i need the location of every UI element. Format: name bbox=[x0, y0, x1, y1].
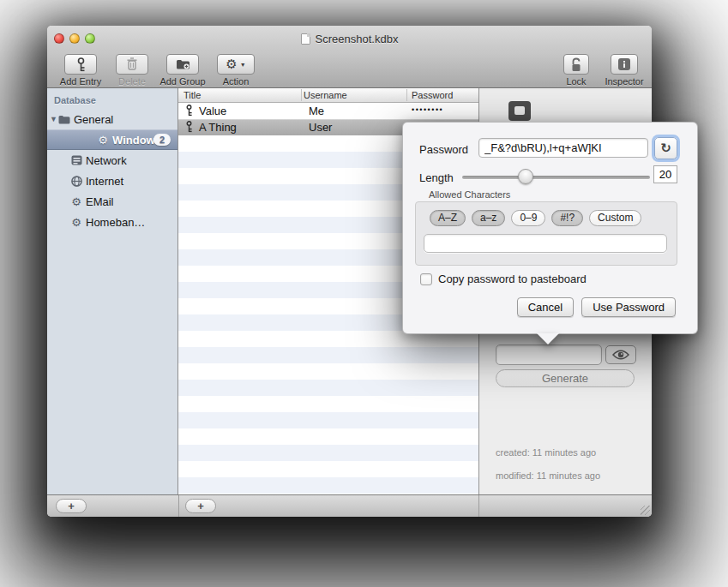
show-password-button[interactable] bbox=[605, 345, 636, 364]
password-generator-popover: Password ↻ Length Allowed Characters A–Z… bbox=[402, 122, 698, 334]
cell-title: Value bbox=[199, 105, 226, 117]
sidebar-item-homebanking[interactable]: ⚙ Homeban… bbox=[47, 212, 177, 232]
length-label: Length bbox=[419, 171, 454, 184]
inspector-label: Inspector bbox=[605, 76, 643, 87]
column-divider[interactable] bbox=[406, 89, 407, 101]
disclosure-triangle-icon[interactable]: ▼ bbox=[50, 115, 57, 123]
bottom-bar: + + bbox=[47, 494, 652, 517]
folder-icon bbox=[58, 115, 70, 124]
toggle-symbols[interactable]: #!? bbox=[551, 210, 583, 226]
key-icon bbox=[185, 121, 193, 133]
sidebar-item-label: Network bbox=[86, 154, 127, 167]
column-header-password[interactable]: Password bbox=[412, 90, 453, 100]
column-divider[interactable] bbox=[301, 89, 302, 101]
toolbar: Add Entry Delete Add Group ⚙ ▼ Actio bbox=[47, 51, 652, 88]
sidebar-item-label: Internet bbox=[86, 175, 123, 188]
window-title-area: Screenshot.kdbx bbox=[47, 26, 652, 51]
titlebar[interactable]: Screenshot.kdbx bbox=[47, 26, 652, 51]
copy-password-row: Copy password to pasteboard bbox=[420, 273, 587, 285]
generated-password-field[interactable] bbox=[478, 138, 648, 158]
cancel-button[interactable]: Cancel bbox=[517, 297, 574, 317]
sidebar-item-label: EMail bbox=[86, 195, 114, 208]
gear-icon: ⚙ bbox=[70, 196, 82, 207]
generate-button[interactable]: Generate bbox=[496, 369, 635, 387]
cell-username: User bbox=[309, 121, 332, 134]
table-header: Title Username Password bbox=[178, 88, 478, 103]
globe-icon bbox=[70, 176, 82, 187]
slider-track[interactable] bbox=[462, 176, 650, 179]
sidebar-group-header: Database bbox=[54, 95, 96, 105]
add-group-plus-button[interactable]: + bbox=[56, 499, 87, 513]
cell-password-masked: •••••••• bbox=[412, 105, 443, 114]
gear-icon: ⚙ bbox=[70, 217, 82, 228]
delete-label: Delete bbox=[118, 76, 146, 87]
sidebar-item-email[interactable]: ⚙ EMail bbox=[47, 191, 177, 212]
action-label: Action bbox=[223, 76, 250, 87]
sidebar-item-internet[interactable]: Internet bbox=[47, 171, 177, 191]
unlock-icon bbox=[570, 57, 582, 72]
cell-username: Me bbox=[309, 105, 324, 117]
eye-icon bbox=[612, 350, 629, 360]
password-label: Password bbox=[419, 143, 468, 156]
lock-button[interactable]: Lock bbox=[555, 54, 598, 87]
action-button[interactable]: ⚙ ▼ Action bbox=[212, 54, 260, 87]
sidebar-item-network[interactable]: Network bbox=[47, 150, 177, 171]
add-group-button[interactable]: Add Group bbox=[155, 54, 210, 87]
modified-timestamp: modified: 11 minutes ago bbox=[496, 470, 600, 481]
add-entry-label: Add Entry bbox=[60, 76, 101, 87]
gear-icon: ⚙ bbox=[97, 135, 109, 146]
key-icon bbox=[185, 105, 193, 117]
popover-arrow bbox=[537, 333, 559, 344]
copy-password-checkbox[interactable] bbox=[420, 273, 432, 285]
sidebar-item-windows[interactable]: ⚙ Windows 2 bbox=[47, 129, 177, 150]
length-slider[interactable] bbox=[462, 170, 650, 183]
add-entry-button[interactable]: Add Entry bbox=[54, 54, 107, 87]
chevron-down-icon: ▼ bbox=[240, 62, 246, 68]
entry-image-icon[interactable] bbox=[508, 101, 531, 121]
column-header-username[interactable]: Username bbox=[304, 90, 347, 100]
inspector-password-field[interactable] bbox=[496, 344, 602, 365]
character-class-toggles: A–Z a–z 0–9 #!? Custom bbox=[430, 210, 641, 226]
folder-plus-icon bbox=[176, 58, 190, 70]
add-entry-plus-button[interactable]: + bbox=[185, 499, 216, 513]
lock-label: Lock bbox=[566, 76, 586, 87]
sidebar-item-label: General bbox=[74, 113, 113, 126]
copy-password-label: Copy password to pasteboard bbox=[438, 273, 587, 285]
slider-thumb[interactable] bbox=[518, 169, 533, 184]
info-icon bbox=[617, 57, 631, 71]
count-badge: 2 bbox=[153, 134, 171, 146]
custom-characters-field[interactable] bbox=[424, 234, 667, 253]
sidebar-item-general[interactable]: ▼ General bbox=[47, 109, 177, 129]
allowed-characters-label: Allowed Characters bbox=[429, 189, 510, 200]
trash-icon bbox=[126, 57, 138, 71]
allowed-characters-box: A–Z a–z 0–9 #!? Custom bbox=[415, 201, 677, 266]
inspector-button[interactable]: Inspector bbox=[599, 54, 649, 87]
resize-grip[interactable] bbox=[641, 506, 650, 515]
network-icon bbox=[70, 155, 82, 165]
pane-divider bbox=[178, 495, 179, 517]
toggle-custom[interactable]: Custom bbox=[589, 210, 641, 226]
toggle-digits[interactable]: 0–9 bbox=[511, 210, 545, 226]
sidebar-item-label: Homeban… bbox=[86, 216, 145, 229]
toggle-uppercase[interactable]: A–Z bbox=[430, 210, 466, 226]
toggle-lowercase[interactable]: a–z bbox=[472, 210, 505, 226]
document-proxy-icon bbox=[301, 33, 310, 45]
key-icon bbox=[75, 57, 87, 72]
pane-divider bbox=[478, 495, 479, 517]
length-value-field[interactable] bbox=[653, 165, 677, 183]
use-password-button[interactable]: Use Password bbox=[581, 297, 676, 317]
cell-title: A Thing bbox=[199, 121, 237, 134]
popover-buttons: Cancel Use Password bbox=[517, 297, 676, 317]
regenerate-button[interactable]: ↻ bbox=[654, 137, 677, 159]
gear-icon: ⚙ bbox=[226, 58, 237, 71]
delete-button: Delete bbox=[109, 54, 155, 87]
column-header-title[interactable]: Title bbox=[184, 90, 201, 100]
created-timestamp: created: 11 minutes ago bbox=[496, 447, 596, 458]
table-row[interactable]: Value Me •••••••• bbox=[178, 103, 478, 119]
add-group-label: Add Group bbox=[159, 76, 205, 87]
sidebar: Database ▼ General ⚙ Windows 2 Network bbox=[47, 88, 178, 494]
window-title: Screenshot.kdbx bbox=[316, 33, 399, 45]
